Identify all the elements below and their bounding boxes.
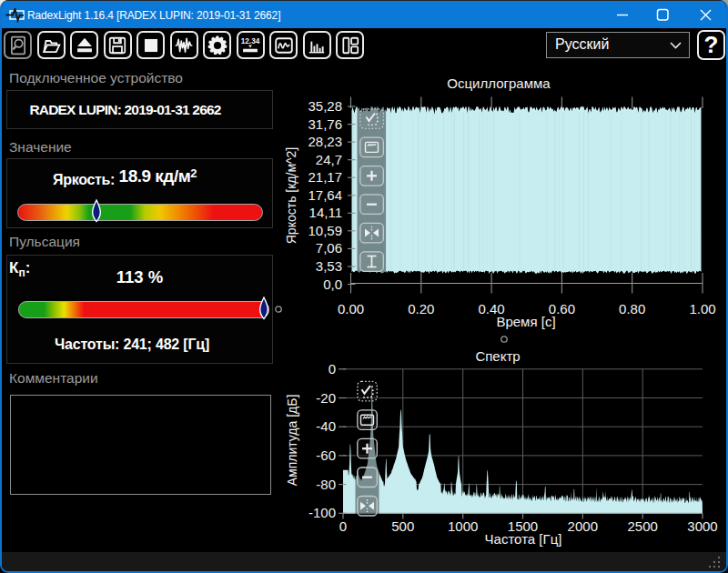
svg-text:Время [с]: Время [с] bbox=[496, 314, 555, 329]
svg-text:24,7: 24,7 bbox=[316, 152, 342, 167]
svg-text:14,11: 14,11 bbox=[309, 205, 342, 220]
svg-text:0: 0 bbox=[339, 518, 347, 534]
svg-text:-40: -40 bbox=[316, 418, 336, 434]
svg-text:0.00: 0.00 bbox=[338, 301, 364, 317]
svg-text:17,64: 17,64 bbox=[308, 187, 342, 203]
svg-text:3000: 3000 bbox=[687, 518, 717, 534]
svg-text:-100: -100 bbox=[308, 505, 336, 520]
svg-text:Частота [Гц]: Частота [Гц] bbox=[485, 531, 562, 547]
svg-text:3,53: 3,53 bbox=[316, 258, 342, 274]
svg-text:35,28: 35,28 bbox=[308, 98, 342, 114]
svg-text:1.00: 1.00 bbox=[689, 301, 715, 317]
svg-text:Амплитуда [дБ]: Амплитуда [дБ] bbox=[285, 395, 299, 487]
svg-text:-60: -60 bbox=[316, 447, 336, 463]
svg-text:7,06: 7,06 bbox=[316, 240, 342, 256]
svg-text:21,17: 21,17 bbox=[308, 169, 342, 185]
svg-text:-20: -20 bbox=[316, 390, 336, 406]
svg-text:0.80: 0.80 bbox=[619, 301, 645, 317]
svg-text:Осциллограмма: Осциллограмма bbox=[447, 75, 551, 91]
svg-text:0: 0 bbox=[329, 361, 336, 377]
svg-text:10,59: 10,59 bbox=[308, 223, 342, 238]
svg-text:Яркость [кд/м^2]: Яркость [кд/м^2] bbox=[284, 147, 298, 245]
svg-text:12.34: 12.34 bbox=[241, 36, 260, 45]
svg-text:31,76: 31,76 bbox=[308, 116, 342, 132]
svg-text:Спектр: Спектр bbox=[475, 348, 520, 364]
svg-text:500: 500 bbox=[391, 518, 414, 534]
svg-text:0,0: 0,0 bbox=[323, 276, 342, 292]
svg-text:1000: 1000 bbox=[448, 518, 478, 534]
svg-text:0.20: 0.20 bbox=[408, 301, 434, 317]
svg-text:-80: -80 bbox=[316, 477, 336, 492]
svg-text:2500: 2500 bbox=[628, 518, 658, 534]
svg-text:28,23: 28,23 bbox=[308, 134, 342, 149]
svg-text:2000: 2000 bbox=[568, 518, 598, 534]
